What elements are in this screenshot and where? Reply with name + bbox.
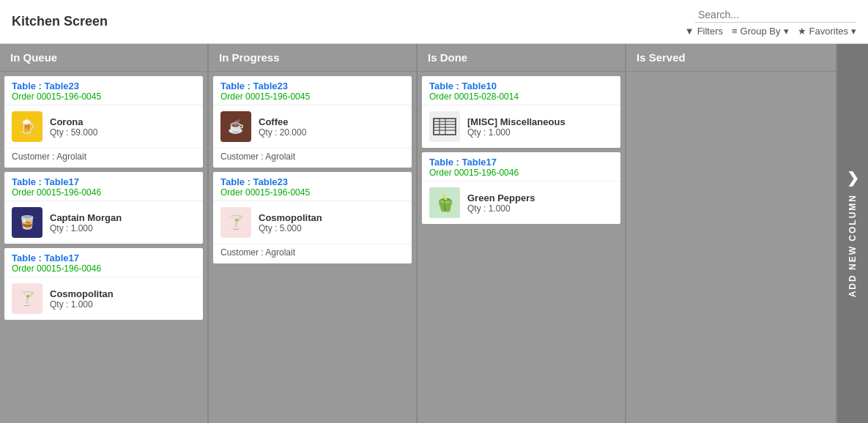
top-right-area: ▼ Filters ≡ Group By ▾ ★ Favorites ▾ — [685, 7, 856, 37]
order-card-header: Table : Table17 Order 00015-196-0046 — [422, 152, 620, 181]
filters-label: Filters — [697, 26, 723, 37]
column-body-in-progress: Table : Table23 Order 00015-196-0045 ☕ C… — [209, 72, 416, 423]
item-info: Corona Qty : 59.000 — [50, 116, 97, 138]
order-number: Order 00015-196-0045 — [220, 91, 404, 102]
chevron-down-icon: ▾ — [784, 26, 789, 37]
item-info: Coffee Qty : 20.000 — [259, 116, 306, 138]
item-image: 🍸 — [220, 207, 251, 238]
column-body-is-done: Table : Table10 Order 00015-028-0014 [MI… — [418, 72, 625, 423]
svg-text:🫑: 🫑 — [435, 193, 456, 213]
item-image: 🍸 — [12, 283, 42, 314]
item-name: Cosmopolitan — [259, 212, 322, 223]
svg-text:🍸: 🍸 — [228, 214, 245, 231]
table-label[interactable]: Table : Table23 — [220, 176, 404, 187]
order-card-header: Table : Table17 Order 00015-196-0046 — [4, 248, 203, 277]
order-number: Order 00015-196-0046 — [429, 168, 613, 178]
order-card: Table : Table23 Order 00015-196-0045 🍺 C… — [4, 76, 203, 168]
order-item-row: 🥃 Captain Morgan Qty : 1.000 — [4, 201, 203, 244]
item-info: Green Peppers Qty : 1.000 — [467, 192, 535, 214]
chevron-down-icon2: ▾ — [851, 26, 856, 37]
app-title: Kitchen Screen — [12, 14, 685, 29]
order-number: Order 00015-196-0046 — [12, 187, 196, 198]
item-qty: Qty : 1.000 — [467, 203, 535, 214]
column-in-progress: In Progress Table : Table23 Order 00015-… — [209, 44, 418, 423]
item-name: Captain Morgan — [50, 212, 122, 223]
item-image: 🥃 — [12, 207, 42, 238]
table-label[interactable]: Table : Table23 — [220, 81, 404, 91]
table-label[interactable]: Table : Table17 — [12, 176, 196, 187]
order-item-row: 🍸 Cosmopolitan Qty : 1.000 — [4, 277, 203, 320]
search-input[interactable] — [695, 7, 856, 23]
order-card: Table : Table17 Order 00015-196-0046 🥃 C… — [4, 172, 203, 244]
order-item-row: 🍸 Cosmopolitan Qty : 5.000 — [213, 201, 412, 244]
column-header-in-queue: In Queue — [0, 44, 207, 72]
item-qty: Qty : 5.000 — [259, 223, 322, 233]
column-is-done: Is Done Table : Table10 Order 00015-028-… — [418, 44, 626, 423]
order-number: Order 00015-196-0046 — [12, 263, 196, 274]
item-info: [MISC] Miscellaneous Qty : 1.000 — [467, 116, 565, 138]
top-bar: Kitchen Screen ▼ Filters ≡ Group By ▾ ★ … — [0, 0, 868, 44]
columns-area: In Queue Table : Table23 Order 00015-196… — [0, 44, 868, 423]
item-qty: Qty : 59.000 — [50, 127, 97, 138]
item-name: Coffee — [259, 116, 306, 127]
favorites-label: Favorites — [809, 26, 848, 37]
filter-icon: ▼ — [685, 26, 694, 37]
order-card: Table : Table23 Order 00015-196-0045 🍸 C… — [213, 172, 412, 263]
table-label[interactable]: Table : Table23 — [12, 81, 196, 91]
svg-text:🍸: 🍸 — [19, 291, 36, 307]
column-is-served: Is Served — [626, 44, 837, 423]
item-image — [429, 111, 460, 142]
column-in-queue: In Queue Table : Table23 Order 00015-196… — [0, 44, 209, 423]
svg-text:🥃: 🥃 — [19, 214, 36, 231]
order-number: Order 00015-028-0014 — [429, 91, 613, 102]
column-header-in-progress: In Progress — [209, 44, 416, 72]
order-item-row: 🍺 Corona Qty : 59.000 — [4, 105, 203, 149]
item-name: Green Peppers — [467, 192, 535, 203]
item-info: Cosmopolitan Qty : 5.000 — [259, 212, 322, 233]
order-card-header: Table : Table17 Order 00015-196-0046 — [4, 172, 203, 201]
table-label[interactable]: Table : Table17 — [12, 252, 196, 263]
star-icon: ★ — [798, 26, 806, 37]
toolbar-row: ▼ Filters ≡ Group By ▾ ★ Favorites ▾ — [685, 26, 856, 37]
table-label[interactable]: Table : Table17 — [429, 157, 613, 168]
column-body-is-served — [626, 72, 836, 423]
customer-row: Customer : Agrolait — [4, 149, 203, 168]
chevron-right-icon: ❯ — [847, 169, 859, 187]
item-name: [MISC] Miscellaneous — [467, 116, 565, 127]
customer-row: Customer : Agrolait — [213, 244, 412, 263]
add-new-column-button[interactable]: ❯ ADD NEW COLUMN — [837, 44, 868, 423]
order-number: Order 00015-196-0045 — [220, 187, 404, 198]
item-image: 🍺 — [12, 111, 42, 142]
item-info: Captain Morgan Qty : 1.000 — [50, 212, 122, 233]
filters-button[interactable]: ▼ Filters — [685, 26, 723, 37]
order-card-header: Table : Table10 Order 00015-028-0014 — [422, 76, 620, 105]
column-header-is-served: Is Served — [626, 44, 836, 72]
add-column-label: ADD NEW COLUMN — [847, 194, 858, 297]
order-item-row: [MISC] Miscellaneous Qty : 1.000 — [422, 105, 620, 148]
group-by-button[interactable]: ≡ Group By ▾ — [732, 26, 789, 37]
order-card: Table : Table17 Order 00015-196-0046 🍸 C… — [4, 248, 203, 320]
item-qty: Qty : 20.000 — [259, 127, 306, 138]
favorites-button[interactable]: ★ Favorites ▾ — [798, 26, 856, 37]
item-name: Corona — [50, 116, 97, 127]
item-name: Cosmopolitan — [50, 288, 114, 299]
order-card-header: Table : Table23 Order 00015-196-0045 — [213, 172, 412, 201]
column-header-is-done: Is Done — [418, 44, 625, 72]
svg-text:☕: ☕ — [228, 119, 245, 135]
table-label[interactable]: Table : Table10 — [429, 81, 613, 91]
list-icon: ≡ — [732, 26, 738, 37]
group-by-label: Group By — [741, 26, 781, 37]
item-image: ☕ — [220, 111, 251, 142]
item-info: Cosmopolitan Qty : 1.000 — [50, 288, 114, 310]
order-item-row: 🫑 Green Peppers Qty : 1.000 — [422, 181, 620, 224]
order-number: Order 00015-196-0045 — [12, 91, 196, 102]
column-body-in-queue: Table : Table23 Order 00015-196-0045 🍺 C… — [0, 72, 207, 423]
order-card: Table : Table17 Order 00015-196-0046 🫑 G… — [422, 152, 620, 224]
item-qty: Qty : 1.000 — [50, 299, 114, 310]
order-card: Table : Table10 Order 00015-028-0014 [MI… — [422, 76, 620, 148]
order-card-header: Table : Table23 Order 00015-196-0045 — [4, 76, 203, 105]
item-qty: Qty : 1.000 — [50, 223, 122, 233]
item-image: 🫑 — [429, 187, 460, 218]
order-card-header: Table : Table23 Order 00015-196-0045 — [213, 76, 412, 105]
customer-row: Customer : Agrolait — [213, 149, 412, 168]
